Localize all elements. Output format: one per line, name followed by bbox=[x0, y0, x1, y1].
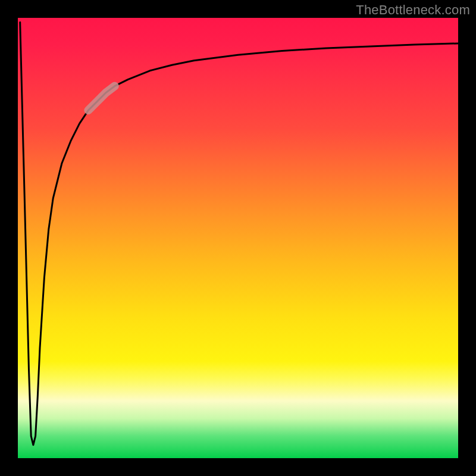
curve-svg bbox=[18, 18, 458, 458]
plot-area bbox=[18, 18, 458, 458]
chart-frame: TheBottleneck.com bbox=[0, 0, 476, 476]
attribution-label: TheBottleneck.com bbox=[356, 2, 470, 18]
bottleneck-curve bbox=[20, 22, 458, 444]
curve-highlight-segment bbox=[88, 86, 114, 111]
